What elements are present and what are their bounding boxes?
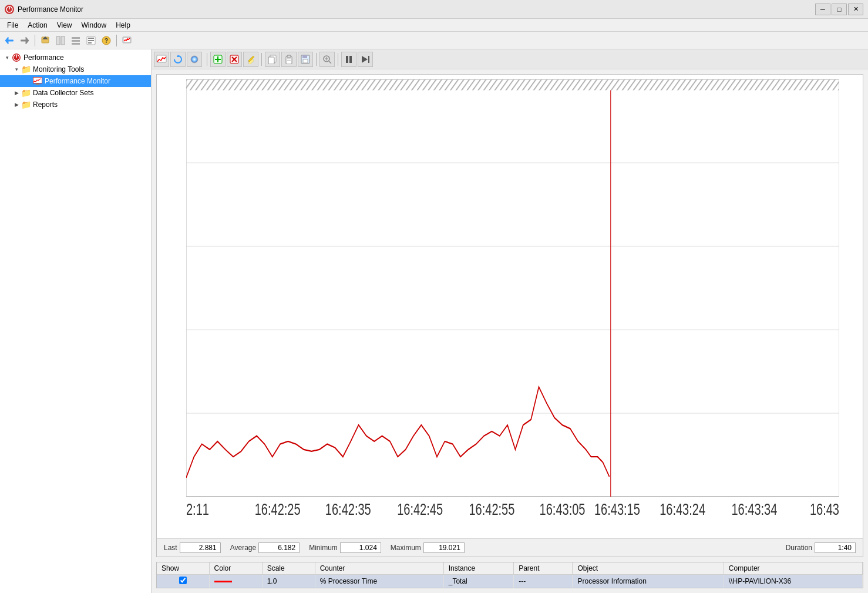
monitor-icon bbox=[33, 76, 42, 86]
svg-rect-16 bbox=[88, 42, 92, 43]
forward-button[interactable] bbox=[18, 33, 32, 48]
tree-label-perf-monitor: Performance Monitor bbox=[45, 77, 110, 85]
svg-rect-15 bbox=[88, 40, 94, 41]
show-hide-button[interactable] bbox=[53, 33, 68, 48]
performance-icon bbox=[12, 53, 21, 62]
next-frame-button[interactable] bbox=[358, 52, 373, 67]
tree-item-performance-monitor[interactable]: Performance Monitor bbox=[0, 75, 151, 87]
svg-rect-8 bbox=[56, 36, 60, 45]
show-checkbox[interactable] bbox=[179, 577, 187, 584]
menu-help[interactable]: Help bbox=[111, 20, 135, 31]
stat-last: Last 2.881 bbox=[164, 542, 221, 553]
properties-button[interactable] bbox=[84, 33, 98, 48]
svg-rect-47 bbox=[302, 55, 307, 58]
row-show[interactable] bbox=[157, 575, 209, 588]
table-row[interactable]: 1.0 % Processor Time _Total --- Processo… bbox=[157, 575, 863, 588]
svg-rect-48 bbox=[303, 59, 308, 63]
menu-bar: File Action View Window Help bbox=[0, 19, 868, 32]
chart-container: 100 80 60 40 20 0 16:42:11 bbox=[157, 75, 863, 538]
menu-window[interactable]: Window bbox=[77, 20, 112, 31]
col-computer: Computer bbox=[724, 562, 862, 575]
stat-duration: Duration 1:40 bbox=[786, 542, 856, 553]
col-show: Show bbox=[157, 562, 209, 575]
stats-bar: Last 2.881 Average 6.182 Minimum 1.024 M… bbox=[157, 538, 863, 557]
zoom-button[interactable] bbox=[319, 52, 335, 67]
tree-item-reports[interactable]: ▶ 📁 Reports bbox=[0, 99, 151, 110]
chart-toolbar-sep4 bbox=[338, 53, 338, 66]
svg-line-50 bbox=[329, 61, 331, 63]
title-bar-left: Performance Monitor bbox=[5, 5, 83, 14]
svg-marker-55 bbox=[362, 56, 368, 63]
tree-label-performance: Performance bbox=[23, 53, 64, 62]
menu-file[interactable]: File bbox=[2, 20, 23, 31]
pause-button[interactable] bbox=[341, 52, 356, 67]
svg-rect-59 bbox=[186, 79, 839, 91]
color-swatch bbox=[214, 581, 232, 582]
list-button[interactable] bbox=[69, 33, 83, 48]
menu-action[interactable]: Action bbox=[23, 20, 52, 31]
col-object: Object bbox=[573, 562, 724, 575]
svg-text:16:43:15: 16:43:15 bbox=[594, 500, 640, 515]
tree-item-monitoring-tools[interactable]: ▾ 📁 Monitoring Tools bbox=[0, 63, 151, 75]
paste-button[interactable] bbox=[281, 52, 297, 67]
svg-rect-43 bbox=[287, 55, 291, 58]
svg-rect-11 bbox=[72, 40, 80, 42]
col-color: Color bbox=[209, 562, 262, 575]
help-button[interactable]: ? bbox=[99, 33, 113, 48]
tree-label-monitoring-tools: Monitoring Tools bbox=[33, 65, 84, 73]
main-layout: ▾ Performance ▾ 📁 Monitoring Tools Perfo… bbox=[0, 49, 868, 593]
refresh-button[interactable] bbox=[170, 52, 186, 67]
chart-toolbar-sep2 bbox=[261, 53, 262, 66]
tree-label-data-collector-sets: Data Collector Sets bbox=[33, 89, 93, 97]
expander-perf-monitor bbox=[23, 76, 33, 86]
save-button[interactable] bbox=[298, 52, 313, 67]
counter-table: Show Color Scale Counter Instance Parent… bbox=[157, 562, 863, 588]
toolbar-separator-1 bbox=[35, 35, 35, 46]
folder-data-collector-icon: 📁 bbox=[21, 88, 31, 98]
window-title: Performance Monitor bbox=[18, 5, 83, 14]
back-button[interactable] bbox=[2, 33, 16, 48]
svg-text:16:43:24: 16:43:24 bbox=[660, 500, 705, 515]
svg-text:16:43:49: 16:43:49 bbox=[810, 500, 839, 515]
expander-performance[interactable]: ▾ bbox=[2, 53, 12, 62]
expander-reports[interactable]: ▶ bbox=[12, 100, 21, 109]
stat-maximum: Maximum 19.021 bbox=[391, 542, 465, 553]
svg-rect-26 bbox=[36, 83, 39, 85]
copy-button[interactable] bbox=[265, 52, 280, 67]
last-value: 2.881 bbox=[180, 542, 221, 553]
up-button[interactable] bbox=[38, 33, 52, 48]
tree-label-reports: Reports bbox=[33, 100, 58, 109]
close-button[interactable]: ✕ bbox=[848, 4, 863, 15]
color-button[interactable] bbox=[187, 52, 202, 67]
chart-type-button[interactable] bbox=[154, 52, 169, 67]
tree-item-data-collector-sets[interactable]: ▶ 📁 Data Collector Sets bbox=[0, 87, 151, 99]
svg-text:16:43:34: 16:43:34 bbox=[732, 500, 778, 515]
add-counter-button[interactable] bbox=[210, 52, 226, 67]
col-counter: Counter bbox=[315, 562, 443, 575]
svg-text:16:42:11: 16:42:11 bbox=[186, 500, 209, 515]
svg-text:16:42:35: 16:42:35 bbox=[325, 500, 371, 515]
svg-rect-41 bbox=[268, 57, 274, 64]
counter-properties-button[interactable] bbox=[243, 52, 258, 67]
row-object: Processor Information bbox=[573, 575, 724, 588]
monitor-view-button[interactable] bbox=[120, 33, 134, 48]
delete-counter-button[interactable] bbox=[227, 52, 242, 67]
expander-data-collector[interactable]: ▶ bbox=[12, 88, 21, 98]
chart-toolbar bbox=[152, 49, 868, 69]
data-table-wrapper: Show Color Scale Counter Instance Parent… bbox=[156, 562, 863, 588]
row-computer: \\HP-PAVILION-X36 bbox=[724, 575, 862, 588]
minimize-button[interactable]: ─ bbox=[815, 4, 830, 15]
col-instance: Instance bbox=[443, 562, 513, 575]
row-parent: --- bbox=[514, 575, 573, 588]
expander-monitoring-tools[interactable]: ▾ bbox=[12, 65, 21, 74]
minimum-label: Minimum bbox=[309, 544, 338, 552]
window-controls[interactable]: ─ □ ✕ bbox=[815, 4, 863, 15]
svg-point-30 bbox=[191, 56, 198, 63]
maximize-button[interactable]: □ bbox=[832, 4, 847, 15]
tree-item-performance[interactable]: ▾ Performance bbox=[0, 52, 151, 63]
menu-view[interactable]: View bbox=[52, 20, 77, 31]
folder-reports-icon: 📁 bbox=[21, 100, 31, 109]
last-label: Last bbox=[164, 544, 177, 552]
svg-rect-12 bbox=[72, 43, 80, 45]
svg-rect-54 bbox=[349, 56, 352, 63]
